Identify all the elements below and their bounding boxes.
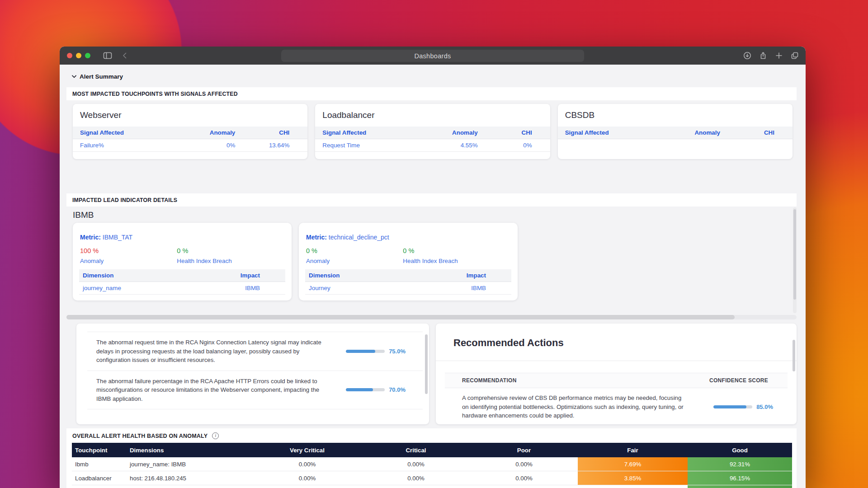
sidebar-toggle-icon[interactable] (101, 50, 114, 61)
lead-indicator-section: IBMB Metric: IBMB_TAT 100 % Anomaly (66, 206, 797, 315)
confidence-bar (713, 405, 746, 408)
overall-health-heading: OVERALL ALERT HEALTH BASED ON ANOMALY i (66, 428, 797, 443)
signals-table: Signal Affected Anomaly CHI Failure% 0% … (73, 127, 307, 152)
confidence-bar-track (346, 350, 385, 353)
good-cell: 100.00% (688, 485, 792, 488)
table-row[interactable]: Loadbalancer host: 216.48.180.245 0.00% … (72, 471, 792, 485)
breach-label[interactable]: Health Index Breach (403, 258, 499, 264)
fair-cell: 7.69% (578, 457, 688, 471)
touchpoint-cards-row: Webserver Signal Affected Anomaly CHI Fa… (73, 104, 793, 159)
dimension-table: Dimension Impact Journey IBMB (305, 269, 511, 295)
dimension-row[interactable]: journey_name IBMB (79, 282, 285, 295)
signal-row[interactable]: Failure% 0% 13.64% (73, 139, 307, 152)
metric-cards-row: Metric: IBMB_TAT 100 % Anomaly 0 % Healt… (73, 223, 797, 300)
confidence-bar-track (713, 405, 752, 408)
confidence-value: 75.0% (389, 348, 406, 355)
signals-table-header: Signal Affected Anomaly CHI (315, 127, 550, 139)
confidence-value: 85.0% (756, 404, 773, 410)
lead-group-title: IBMB (73, 209, 797, 221)
signal-row[interactable]: Request Time 4.55% 0% (315, 139, 550, 152)
card-title: CBSDB (565, 110, 793, 120)
breach-value: 0 % (403, 247, 499, 254)
divider (436, 361, 797, 361)
card-title: Webserver (80, 110, 307, 120)
address-bar[interactable]: Dashboards (281, 50, 584, 62)
dimension-table-header: Dimension Impact (79, 269, 285, 282)
metric-stats: 100 % Anomaly 0 % Health Index Breach (79, 247, 285, 264)
signals-table: Signal Affected Anomaly CHI (558, 127, 793, 139)
good-cell: 96.15% (688, 471, 792, 485)
clipped-row (87, 324, 423, 332)
rca-text: The abnormal failure percentage in the R… (96, 377, 322, 404)
dashboard-content: Alert Summary MOST IMPACTED TOUCHPOINTS … (60, 65, 806, 488)
confidence-bar-group: 85.0% (713, 404, 773, 410)
alert-summary-header[interactable]: Alert Summary (66, 70, 799, 82)
touchpoint-card-webserver: Webserver Signal Affected Anomaly CHI Fa… (73, 104, 307, 159)
tabs-icon[interactable] (788, 50, 801, 61)
vertical-scrollbar[interactable] (793, 340, 795, 371)
confidence-bar-group: 75.0% (346, 348, 406, 355)
panel-title: Recommended Actions (453, 336, 797, 350)
minimize-button[interactable] (76, 53, 81, 58)
info-icon[interactable]: i (212, 432, 219, 439)
signals-table-header: Signal Affected Anomaly CHI (73, 127, 307, 139)
horizontal-scrollbar-track[interactable] (66, 315, 797, 319)
metric-card-technical-decline: Metric: technical_decline_pct 0 % Anomal… (299, 223, 518, 300)
back-icon[interactable] (118, 50, 131, 61)
overall-health-section: OVERALL ALERT HEALTH BASED ON ANOMALY i … (66, 428, 797, 488)
metric-card-ibmb-tat: Metric: IBMB_TAT 100 % Anomaly 0 % Healt… (73, 223, 292, 300)
zoom-button[interactable] (85, 53, 90, 58)
metric-name: Metric: IBMB_TAT (80, 234, 285, 241)
rca-text: The abnormal request time in the RCA Ngi… (96, 338, 322, 365)
dimension-row[interactable]: Journey IBMB (305, 282, 511, 295)
touchpoint-card-loadbalancer: Loadbalancer Signal Affected Anomaly CHI… (315, 104, 550, 159)
vertical-scrollbar[interactable] (425, 334, 428, 394)
section-heading-touchpoints: MOST IMPACTED TOUCHPOINTS WITH SIGNALS A… (66, 87, 797, 100)
card-title: Loadbalancer (322, 110, 550, 120)
confidence-value: 70.0% (389, 386, 406, 393)
confidence-bar-track (346, 388, 385, 391)
signals-table-header: Signal Affected Anomaly CHI (558, 127, 793, 139)
confidence-bar-group: 70.0% (346, 386, 406, 393)
horizontal-scrollbar[interactable] (66, 315, 735, 319)
health-table: Touchpoint Dimensions Very Critical Crit… (72, 443, 792, 488)
close-button[interactable] (67, 53, 72, 58)
section-heading-lead-indicators: IMPACTED LEAD INDICATOR DETAILS (66, 193, 797, 206)
confidence-bar (346, 388, 373, 391)
page-title: Dashboards (414, 52, 451, 60)
metric-stats: 0 % Anomaly 0 % Health Index Breach (305, 247, 511, 264)
anomaly-label[interactable]: Anomaly (306, 258, 402, 264)
recommendations-table-header: RECOMMENDATION CONFIDENCE SCORE (445, 373, 788, 388)
share-icon[interactable] (757, 50, 769, 61)
download-icon[interactable] (741, 50, 754, 61)
alert-summary-label: Alert Summary (80, 73, 123, 80)
window-controls (67, 53, 90, 58)
browser-window: Dashboards Alert Summa (60, 47, 806, 488)
breach-label[interactable]: Health Index Breach (177, 258, 273, 264)
good-cell: 92.31% (688, 457, 792, 471)
rca-item: The abnormal failure percentage in the R… (87, 371, 423, 410)
anomaly-value: 0 % (306, 247, 402, 254)
analysis-panels-row: The abnormal request time in the RCA Ngi… (76, 324, 797, 424)
anomaly-label[interactable]: Anomaly (80, 258, 176, 264)
metric-name: Metric: technical_decline_pct (306, 234, 511, 241)
vertical-scrollbar-track[interactable] (793, 207, 797, 313)
table-row[interactable]: Ibmb journey_name: IBMB 0.00% 0.00% 0.00… (72, 457, 792, 471)
confidence-bar (346, 350, 375, 353)
vertical-scrollbar[interactable] (793, 209, 796, 300)
recommendation-text: A comprehensive review of CBS DB perform… (462, 394, 688, 420)
anomaly-value: 100 % (80, 247, 176, 254)
desktop-wallpaper: Dashboards Alert Summa (0, 0, 868, 488)
rca-item: The abnormal request time in the RCA Ngi… (87, 332, 423, 371)
rca-panel: The abnormal request time in the RCA Ngi… (76, 324, 429, 424)
dimension-table-header: Dimension Impact (305, 269, 511, 282)
new-tab-icon[interactable] (773, 50, 785, 61)
titlebar: Dashboards (60, 47, 806, 65)
recommendation-row: A comprehensive review of CBS DB perform… (445, 394, 788, 420)
fair-cell: 3.85% (578, 471, 688, 485)
dimension-table: Dimension Impact journey_name IBMB (79, 269, 285, 295)
touchpoint-card-cbsdb: CBSDB Signal Affected Anomaly CHI (558, 104, 793, 159)
table-row[interactable]: Cbsdb Journey: IBMB 0.00% 0.00% 0.00% 0.… (72, 485, 792, 488)
health-table-header: Touchpoint Dimensions Very Critical Crit… (72, 443, 792, 457)
recommended-actions-panel: Recommended Actions RECOMMENDATION CONFI… (436, 324, 797, 424)
